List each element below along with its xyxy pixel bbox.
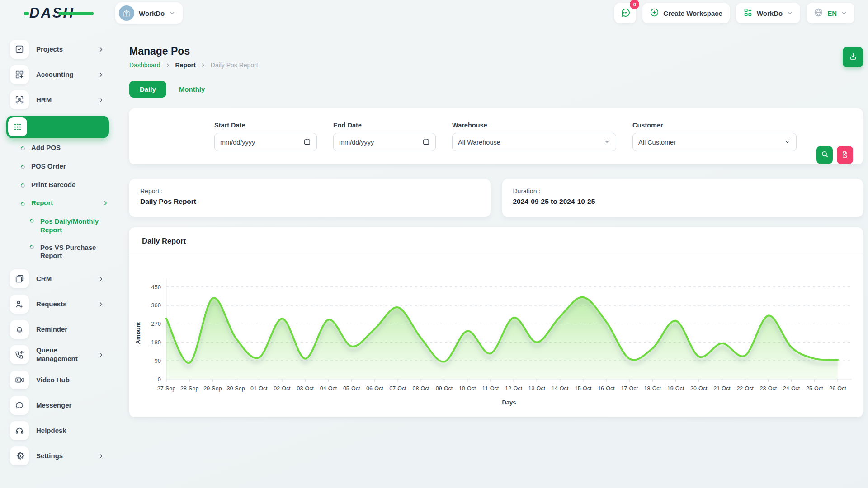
chevron-down-icon	[169, 10, 175, 16]
sidebar: ProjectsAccountingHRMPOSAdd POSPOS Order…	[0, 26, 115, 488]
warehouse-select[interactable]: All Warehouse	[452, 133, 616, 151]
daily-report-card: Daily Report 09018027036045027-Sep28-Sep…	[129, 227, 863, 417]
end-date-placeholder: mm/dd/yyyy	[339, 139, 422, 146]
phone-call-icon	[10, 345, 29, 364]
sidebar-item-pos[interactable]: POS	[6, 116, 109, 138]
clear-file-icon	[841, 151, 849, 160]
sidebar-item-print-barcode[interactable]: Print Barcode	[6, 181, 109, 189]
chevron-right-icon	[98, 46, 104, 53]
sidebar-item-accounting[interactable]: Accounting	[6, 65, 109, 84]
sidebar-item-label: POS Order	[31, 162, 66, 171]
sidebar-item-label: Print Barcode	[31, 181, 75, 189]
sidebar-item-label: Add POS	[31, 144, 61, 152]
video-icon	[10, 371, 29, 389]
report-summary-card: Report : Daily Pos Report	[129, 179, 491, 217]
svg-text:27-Sep: 27-Sep	[157, 385, 175, 392]
sidebar-item-label: Pos VS Purchase Report	[40, 244, 102, 261]
bell-icon	[10, 320, 29, 339]
sidebar-item-pos-order[interactable]: POS Order	[6, 162, 109, 171]
page-title: Manage Pos	[129, 45, 258, 57]
chevron-right-icon	[98, 352, 104, 358]
main-content: Manage Pos DashboardReportDaily Pos Repo…	[115, 26, 868, 488]
sidebar-item-projects[interactable]: Projects	[6, 40, 109, 59]
svg-text:30-Sep: 30-Sep	[226, 385, 245, 392]
svg-text:90: 90	[155, 357, 161, 364]
breadcrumb-item-3: Daily Pos Report	[211, 61, 258, 69]
end-date-field: End Date mm/dd/yyyy	[333, 122, 436, 151]
sidebar-item-pos-daily-monthly-report[interactable]: Pos Daily/Monthly Report	[6, 217, 109, 235]
report-period-tabs: Daily Monthly	[129, 81, 863, 98]
svg-text:19-Oct: 19-Oct	[667, 385, 684, 392]
download-button[interactable]	[843, 47, 863, 67]
user-plus-icon	[10, 295, 29, 314]
breadcrumb-item-1[interactable]: Dashboard	[129, 61, 160, 69]
sidebar-item-settings[interactable]: Settings	[6, 446, 109, 465]
header-actions: 0 Create Workspace WorkDo EN	[614, 3, 861, 23]
svg-text:04-Oct: 04-Oct	[320, 385, 337, 392]
cards-icon	[10, 269, 29, 288]
chevron-right-icon	[165, 62, 171, 68]
sidebar-item-label: Reminder	[36, 325, 67, 334]
sidebar-item-hrm[interactable]: HRM	[6, 90, 109, 109]
duration-value: 2024-09-25 to 2024-10-25	[513, 197, 853, 206]
dash-logo[interactable]: DASH	[29, 5, 75, 21]
calendar-icon[interactable]	[303, 138, 311, 147]
tab-daily[interactable]: Daily	[129, 81, 166, 98]
tab-monthly[interactable]: Monthly	[173, 81, 212, 98]
grid-plus-icon	[743, 8, 753, 19]
sidebar-item-messenger[interactable]: Messenger	[6, 396, 109, 415]
customer-select[interactable]: All Customer	[632, 133, 797, 151]
start-date-input[interactable]: mm/dd/yyyy	[214, 133, 317, 151]
sidebar-item-label: Settings	[36, 452, 63, 460]
gear-icon	[10, 446, 29, 465]
user-workspace-menu[interactable]: WorkDo	[736, 3, 800, 23]
language-selector[interactable]: EN	[807, 3, 854, 23]
end-date-input[interactable]: mm/dd/yyyy	[333, 133, 436, 151]
daily-report-chart: 09018027036045027-Sep28-Sep29-Sep30-Sep0…	[131, 260, 859, 410]
workspace-avatar	[119, 5, 134, 21]
start-date-placeholder: mm/dd/yyyy	[220, 139, 303, 146]
sidebar-item-label: Projects	[36, 45, 63, 54]
svg-text:21-Oct: 21-Oct	[713, 385, 731, 392]
sidebar-item-helpdesk[interactable]: Helpdesk	[6, 421, 109, 440]
svg-text:28-Sep: 28-Sep	[180, 385, 198, 392]
sidebar-item-pos-vs-purchase-report[interactable]: Pos VS Purchase Report	[6, 244, 109, 261]
svg-text:25-Oct: 25-Oct	[806, 385, 823, 392]
create-workspace-label: Create Workspace	[663, 9, 722, 17]
sidebar-item-label: CRM	[36, 275, 52, 283]
create-workspace-button[interactable]: Create Workspace	[642, 3, 730, 23]
svg-text:180: 180	[151, 339, 161, 346]
svg-text:03-Oct: 03-Oct	[297, 385, 314, 392]
sidebar-item-video-hub[interactable]: Video Hub	[6, 371, 109, 389]
workspace-selector[interactable]: WorkDo	[115, 2, 183, 24]
svg-text:13-Oct: 13-Oct	[528, 385, 546, 392]
sidebar-item-add-pos[interactable]: Add POS	[6, 144, 109, 152]
breadcrumb: DashboardReportDaily Pos Report	[129, 61, 258, 69]
svg-text:18-Oct: 18-Oct	[644, 385, 661, 392]
sidebar-item-requests[interactable]: Requests	[6, 295, 109, 314]
start-date-label: Start Date	[214, 122, 317, 129]
reset-filter-button[interactable]	[837, 146, 853, 164]
svg-text:07-Oct: 07-Oct	[389, 385, 406, 392]
messages-button[interactable]: 0	[614, 3, 636, 23]
search-button[interactable]	[816, 146, 833, 164]
calendar-icon[interactable]	[422, 138, 430, 147]
warehouse-field: Warehouse All Warehouse	[452, 122, 616, 151]
grid-plus-icon	[10, 65, 29, 84]
sidebar-item-crm[interactable]: CRM	[6, 269, 109, 288]
svg-text:23-Oct: 23-Oct	[760, 385, 777, 392]
sidebar-item-label: Helpdesk	[36, 427, 66, 435]
summary-row: Report : Daily Pos Report Duration : 202…	[129, 179, 863, 217]
sidebar-item-reminder[interactable]: Reminder	[6, 320, 109, 339]
messages-badge: 0	[630, 0, 639, 9]
download-icon	[849, 52, 858, 62]
sidebar-item-queue-management[interactable]: Queue Management	[6, 345, 109, 364]
check-square-icon	[10, 40, 29, 59]
svg-text:12-Oct: 12-Oct	[505, 385, 522, 392]
svg-text:Amount: Amount	[135, 322, 142, 344]
svg-text:0: 0	[158, 376, 161, 383]
workspace-name: WorkDo	[139, 9, 165, 17]
sidebar-item-label: Queue Management	[36, 346, 98, 363]
sidebar-item-report[interactable]: Report	[6, 199, 109, 207]
breadcrumb-item-2[interactable]: Report	[175, 61, 196, 69]
